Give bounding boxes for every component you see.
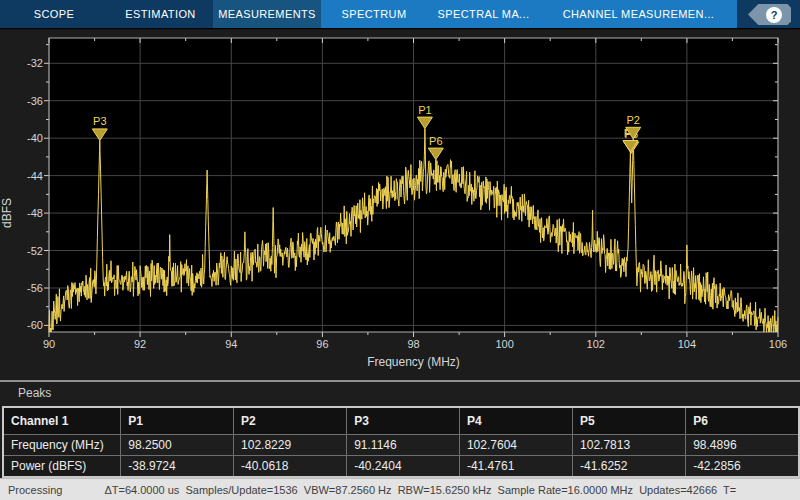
help-arrow-shape: ? [748, 4, 791, 25]
svg-text:P6: P6 [429, 135, 442, 147]
peaks-cell: -42.2856 [686, 456, 799, 478]
peaks-cell: -38.9724 [121, 456, 234, 478]
spectrum-plot-svg[interactable]: 9092949698100102104106-32-36-40-44-48-52… [0, 30, 800, 380]
svg-text:P3: P3 [93, 115, 106, 127]
svg-text:-36: -36 [27, 95, 43, 107]
tab-spectrum[interactable]: SPECTRUM [321, 0, 427, 28]
peaks-cell: 102.7813 [573, 435, 686, 456]
svg-text:104: 104 [678, 338, 696, 350]
peaks-col-header: P5 [573, 407, 686, 435]
peaks-col-header: P1 [121, 407, 234, 435]
peaks-cell: -41.6252 [573, 456, 686, 478]
peaks-col-header: P3 [347, 407, 460, 435]
svg-text:106: 106 [769, 338, 787, 350]
peaks-cell: 98.4896 [686, 435, 799, 456]
tab-spectral-mask[interactable]: SPECTRAL MA... [427, 0, 540, 28]
svg-text:-52: -52 [27, 245, 43, 257]
peaks-cell: -40.0618 [234, 456, 347, 478]
svg-text:P2: P2 [626, 114, 639, 126]
y-axis-label: dBFS [0, 178, 14, 248]
spectrum-analyzer-window: SCOPE ESTIMATION MEASUREMENTS SPECTRUM S… [0, 0, 800, 500]
svg-text:90: 90 [43, 338, 55, 350]
peaks-col-header: P6 [686, 407, 799, 435]
peaks-table: Channel 1P1P2P3P4P5P6Frequency (MHz)98.2… [2, 406, 800, 478]
tab-scope[interactable]: SCOPE [0, 0, 108, 28]
svg-text:98: 98 [407, 338, 419, 350]
peaks-cell: 102.8229 [234, 435, 347, 456]
peaks-panel-title: Peaks [18, 386, 800, 400]
status-bar: Processing ΔT=64.0000 us Samples/Update=… [0, 478, 800, 500]
help-button[interactable]: ? [748, 4, 791, 25]
peaks-data-row: Power (dBFS)-38.9724-40.0618-40.2404-41.… [3, 456, 799, 478]
svg-text:-60: -60 [27, 319, 43, 331]
peaks-cell: 98.2500 [121, 435, 234, 456]
svg-text:94: 94 [225, 338, 237, 350]
svg-text:100: 100 [495, 338, 513, 350]
svg-text:-48: -48 [27, 207, 43, 219]
status-details: ΔT=64.0000 us Samples/Update=1536 VBW=87… [104, 484, 736, 496]
contextual-tab-group: SPECTRUM SPECTRAL MA... CHANNEL MEASUREM… [321, 0, 737, 28]
tab-estimation[interactable]: ESTIMATION [108, 0, 213, 28]
peaks-col-header: P2 [234, 407, 347, 435]
tab-measurements[interactable]: MEASUREMENTS [213, 0, 321, 28]
peaks-cell: 91.1146 [347, 435, 460, 456]
svg-text:-32: -32 [27, 57, 43, 69]
peaks-cell: -40.2404 [347, 456, 460, 478]
svg-text:96: 96 [316, 338, 328, 350]
peaks-header-row: Channel 1P1P2P3P4P5P6 [3, 407, 799, 435]
peaks-cell: -41.4761 [459, 456, 572, 478]
svg-text:92: 92 [134, 338, 146, 350]
question-icon: ? [766, 7, 782, 23]
peaks-data-row: Frequency (MHz)98.2500102.822991.1146102… [3, 435, 799, 456]
svg-text:P1: P1 [418, 104, 431, 116]
status-state: Processing [8, 484, 62, 496]
svg-text:102: 102 [587, 338, 605, 350]
peaks-col-header: P4 [459, 407, 572, 435]
toolstrip-tabbar: SCOPE ESTIMATION MEASUREMENTS SPECTRUM S… [0, 0, 800, 29]
peaks-col-header: Channel 1 [3, 407, 121, 435]
peaks-panel: Peaks Channel 1P1P2P3P4P5P6Frequency (MH… [0, 380, 800, 478]
svg-text:-44: -44 [27, 170, 43, 182]
svg-text:-40: -40 [27, 132, 43, 144]
tab-channel-measurements[interactable]: CHANNEL MEASUREMEN... [540, 0, 737, 28]
x-axis-label: Frequency (MHz) [49, 355, 778, 369]
peaks-cell: 102.7604 [459, 435, 572, 456]
spectrum-figure: 9092949698100102104106-32-36-40-44-48-52… [0, 30, 800, 380]
peaks-row-label: Frequency (MHz) [3, 435, 121, 456]
svg-text:-56: -56 [27, 282, 43, 294]
peaks-row-label: Power (dBFS) [3, 456, 121, 478]
